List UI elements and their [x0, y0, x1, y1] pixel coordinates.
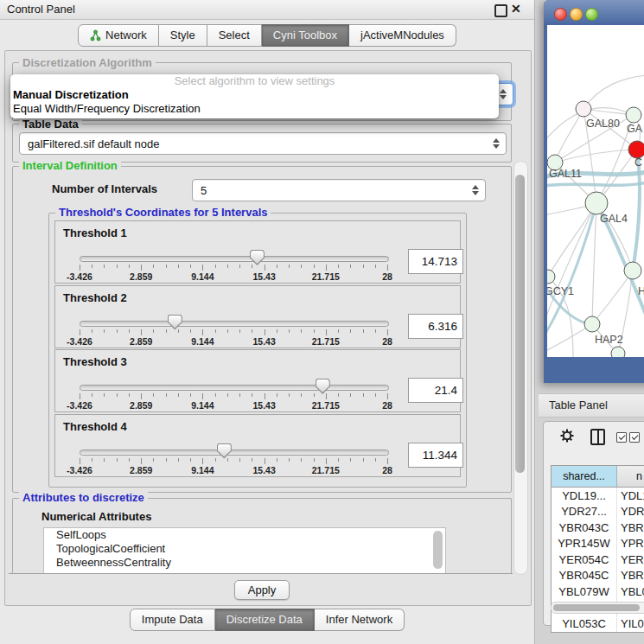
slider-track[interactable] [80, 385, 389, 391]
network-icon [90, 29, 101, 41]
dropdown-placeholder-item[interactable]: Select algorithm to view settings [10, 74, 499, 88]
slider-thumb[interactable] [316, 379, 330, 394]
apply-button[interactable]: Apply [234, 580, 290, 600]
tab-style[interactable]: Style [159, 24, 207, 47]
slider-tick [117, 458, 118, 462]
threshold-value-field[interactable]: 11.344 [408, 443, 463, 468]
minimize-traffic-light-icon[interactable] [570, 8, 583, 21]
threshold-slider[interactable]: -3.4262.8599.14415.4321.71528 [80, 448, 387, 475]
table-row[interactable]: YPR145WYPR1 [552, 536, 644, 552]
checkbox-icon[interactable] [629, 432, 640, 443]
threshold-slider[interactable]: -3.4262.8599.14415.4321.71528 [80, 383, 387, 411]
column-header-shared[interactable]: shared... [552, 466, 617, 487]
panel-scrollbar-thumb[interactable] [515, 175, 525, 473]
slider-tick [80, 458, 80, 464]
slider-tick [326, 265, 327, 271]
table-cell: YDR2 [617, 504, 644, 520]
network-node[interactable] [611, 347, 625, 357]
slider-tick [178, 458, 179, 462]
slider-tick [166, 393, 167, 397]
network-canvas[interactable]: GAL80GACGAL11GAL4GCY1HHAP2 [547, 25, 644, 357]
table-horizontal-scrollbar[interactable] [551, 602, 644, 614]
network-node-hap2[interactable] [584, 316, 600, 332]
tab-jactivemnodules[interactable]: jActiveMNodules [349, 24, 456, 47]
threshold-slider[interactable]: -3.4262.8599.14415.4321.71528 [80, 319, 387, 347]
slider-tick [301, 329, 302, 333]
table-cell: YBL0 [617, 583, 644, 600]
threshold-value-field[interactable]: 14.713 [408, 249, 463, 274]
slider-tick [202, 265, 203, 271]
network-edge[interactable] [555, 150, 637, 163]
threshold-panel-1: Threshold 1-3.4262.8599.14415.4321.71528… [54, 220, 461, 284]
slider-thumb[interactable] [217, 443, 232, 459]
attribute-list-item[interactable]: TopologicalCoefficient [44, 542, 445, 556]
numerical-attributes-list[interactable]: SelfLoopsTopologicalCoefficientBetweenne… [43, 527, 446, 574]
slider-tick [117, 329, 118, 333]
slider-track[interactable] [80, 450, 389, 456]
threshold-slider[interactable]: -3.4262.8599.14415.4321.71528 [80, 254, 387, 282]
network-node-gal80[interactable] [576, 101, 591, 117]
threshold-panel-4: Threshold 4-3.4262.8599.14415.4321.71528… [54, 414, 461, 477]
column-header-name[interactable]: n [617, 466, 644, 487]
close-traffic-light-icon[interactable] [554, 8, 567, 21]
network-node-gcy1[interactable] [547, 270, 555, 284]
dropdown-item-equal-width[interactable]: Equal Width/Frequency Discretization [10, 102, 499, 116]
table-row[interactable]: YBR045CYBR0 [552, 568, 644, 584]
network-edge[interactable] [592, 203, 596, 324]
slider-tick [338, 329, 339, 333]
bottom-tab-impute-data[interactable]: Impute Data [130, 609, 215, 631]
zoom-traffic-light-icon[interactable] [585, 8, 598, 21]
split-columns-icon[interactable] [590, 429, 605, 445]
table-row[interactable]: YIL053CYIL0 [552, 615, 644, 632]
network-node-gal4[interactable] [585, 192, 608, 214]
network-node-ga[interactable] [626, 107, 641, 123]
checkbox-icon[interactable] [616, 432, 627, 443]
slider-tick [289, 265, 290, 268]
network-node-h[interactable] [624, 262, 641, 279]
bottom-tab-label: Infer Network [326, 609, 392, 630]
slider-track[interactable] [80, 256, 389, 262]
table-row[interactable]: YER054CYER0 [552, 552, 644, 568]
network-edge[interactable] [555, 109, 583, 163]
threshold-value-field[interactable]: 21.4 [408, 378, 463, 403]
table-row[interactable]: YBR043CYBR0 [552, 520, 644, 536]
dropdown-item-manual-discretization[interactable]: Manual Discretization [10, 88, 499, 102]
thresholds-group: Threshold 1-3.4262.8599.14415.4321.71528… [48, 213, 467, 488]
slider-tick [289, 458, 290, 462]
gear-icon[interactable] [559, 428, 575, 443]
network-edge[interactable] [547, 203, 596, 323]
table-row[interactable]: YDL19...YDL1 [552, 488, 644, 504]
slider-tick [80, 265, 80, 271]
network-edge[interactable] [592, 271, 633, 324]
bottom-tab-discretize-data[interactable]: Discretize Data [215, 609, 315, 631]
network-edge[interactable] [548, 203, 596, 277]
table-row[interactable]: YBL079WYBL0 [552, 583, 644, 600]
table-row[interactable]: YDR27...YDR2 [552, 504, 644, 520]
table-data-combobox[interactable]: galFiltered.sif default node [19, 132, 507, 155]
bottom-tab-infer-network[interactable]: Infer Network [315, 609, 405, 631]
close-icon[interactable]: ✕ [511, 2, 521, 16]
interval-definition-title: Interval Definition [19, 160, 121, 172]
num-intervals-combobox[interactable]: 5 [192, 179, 486, 201]
tab-select[interactable]: Select [207, 24, 262, 47]
attribute-list-item[interactable]: SelfLoops [44, 528, 445, 542]
network-edge[interactable] [583, 75, 644, 109]
slider-track[interactable] [80, 321, 389, 327]
network-node-c[interactable] [628, 141, 644, 158]
table-cell: YPR1 [617, 536, 644, 552]
slider-tick [153, 393, 154, 397]
threshold-label: Threshold 3 [63, 355, 127, 368]
slider-tick [387, 265, 388, 271]
tab-network[interactable]: Network [78, 24, 159, 47]
attribute-list-item[interactable]: BetweennessCentrality [44, 556, 445, 570]
slider-thumb[interactable] [168, 315, 182, 330]
slider-tick [375, 458, 376, 462]
network-edge-thick[interactable] [547, 182, 644, 186]
list-scrollbar[interactable] [433, 531, 443, 569]
threshold-value-field[interactable]: 6.316 [408, 314, 463, 339]
slider-thumb[interactable] [250, 250, 265, 265]
tab-cyni-toolbox[interactable]: Cyni Toolbox [262, 24, 349, 47]
float-window-icon[interactable] [494, 4, 507, 17]
table-scrollbar-thumb[interactable] [553, 604, 640, 611]
panel-scrollbar[interactable] [513, 161, 528, 575]
